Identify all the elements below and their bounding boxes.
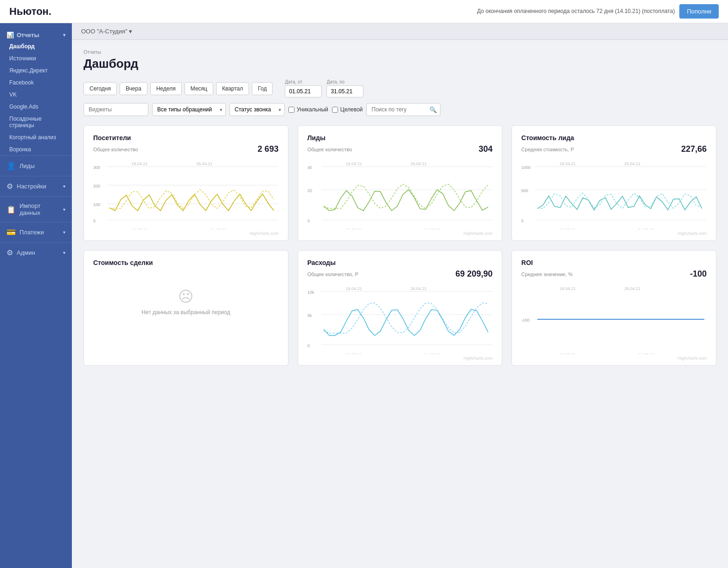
svg-text:19.04.21: 19.04.21 xyxy=(345,161,362,166)
svg-text:1000: 1000 xyxy=(521,165,530,170)
sidebar-item-google[interactable]: Google.Ads xyxy=(0,101,72,113)
sidebar-item-settings[interactable]: ⚙ Настройки ▾ xyxy=(0,176,72,196)
cards-grid: ПосетителиОбщее количество2 693300200100… xyxy=(83,125,716,366)
sidebar-item-leads[interactable]: 👤 Лиды xyxy=(0,155,72,176)
header-notice: До окончания оплаченного периода осталос… xyxy=(477,7,675,15)
svg-text:200: 200 xyxy=(93,184,100,188)
svg-text:10.05.21: 10.05.21 xyxy=(560,228,576,229)
card-expenses: РасходыОбщее количество, Р69 209,9010k5k… xyxy=(298,250,503,366)
search-icon: 🔍 xyxy=(429,106,437,113)
call-status-select[interactable]: Статус звонка xyxy=(230,103,285,116)
date-to-group: Дата, по xyxy=(326,79,364,97)
card-metric-value-lead_cost: 227,66 xyxy=(681,144,707,154)
bar-chart-icon: 📊 xyxy=(6,32,14,39)
breadcrumb: Отчеты xyxy=(83,49,716,55)
card-metric-value-leads: 304 xyxy=(479,144,492,154)
card-visitors: ПосетителиОбщее количество2 693300200100… xyxy=(83,125,288,241)
company-bar[interactable]: ООО "А-Студия" ▾ xyxy=(72,23,728,40)
filter-week[interactable]: Неделя xyxy=(150,82,182,95)
card-metric-label-visitors: Общее количество xyxy=(93,147,138,152)
chevron-right-icon: ▾ xyxy=(63,184,65,189)
sidebar-item-sources[interactable]: Источники xyxy=(0,52,72,65)
sidebar-item-payments[interactable]: 💳 Платежи ▾ xyxy=(0,222,72,242)
chart-roi: -10019.04.2126.04.2110.05.2124.05.21 xyxy=(521,284,707,354)
svg-text:0: 0 xyxy=(307,219,310,223)
svg-text:24.05.21: 24.05.21 xyxy=(639,353,655,354)
import-icon: 📋 xyxy=(6,205,16,214)
filter-row2: Все типы обращений Статус звонка Уникаль… xyxy=(83,103,716,116)
card-leads: ЛидыОбщее количество3044020019.04.2126.0… xyxy=(298,125,503,241)
filter-today[interactable]: Сегодня xyxy=(83,82,117,95)
date-from-input[interactable] xyxy=(285,85,322,97)
svg-text:19.04.21: 19.04.21 xyxy=(560,161,576,166)
card-metric-row-lead_cost: Средняя стоимость, Р227,66 xyxy=(521,144,707,154)
highcharts-credit-expenses: Highcharts.com xyxy=(307,356,493,361)
card-metric-label-roi: Среднее значение, % xyxy=(521,271,573,277)
logo: Ньютон. xyxy=(9,6,51,18)
svg-text:0: 0 xyxy=(521,219,524,223)
sidebar-item-yandex[interactable]: Яндекс.Директ xyxy=(0,65,72,77)
svg-text:10.05.21: 10.05.21 xyxy=(560,353,576,354)
card-metric-label-leads: Общее количество xyxy=(307,147,352,152)
chart-lead_cost: 1000500019.04.2126.04.2110.05.2124.05.21 xyxy=(521,160,707,229)
card-metric-value-roi: -100 xyxy=(690,269,707,279)
sidebar-item-dashboard[interactable]: Дашборд xyxy=(0,40,72,52)
payments-icon: 💳 xyxy=(6,228,16,237)
leads-icon: 👤 xyxy=(6,161,16,170)
sidebar-item-import[interactable]: 📋 Импорт данных ▾ xyxy=(0,196,72,222)
svg-text:0: 0 xyxy=(307,343,310,348)
card-metric-row-visitors: Общее количество2 693 xyxy=(93,144,279,154)
svg-text:10.05.21: 10.05.21 xyxy=(345,228,362,229)
target-checkbox[interactable] xyxy=(332,107,338,113)
no-data-deal_cost: ☹Нет данных за выбранный период xyxy=(93,269,279,334)
unique-checkbox-label[interactable]: Уникальный xyxy=(288,106,328,113)
svg-text:26.04.21: 26.04.21 xyxy=(625,286,641,291)
target-checkbox-label[interactable]: Целевой xyxy=(332,106,363,113)
appeal-type-select[interactable]: Все типы обращений xyxy=(152,103,226,116)
sidebar-section-reports[interactable]: 📊 Отчеты ▾ xyxy=(0,28,72,40)
svg-text:26.04.21: 26.04.21 xyxy=(196,161,212,166)
main-content: ООО "А-Студия" ▾ Отчеты Дашборд Сегодня … xyxy=(72,23,728,568)
sidebar-item-cohort[interactable]: Когортный анализ xyxy=(0,131,72,143)
date-range: Дата, от Дата, по xyxy=(285,79,364,97)
sidebar-item-funnel[interactable]: Воронка xyxy=(0,143,72,155)
svg-text:100: 100 xyxy=(93,202,100,207)
svg-text:10.05.21: 10.05.21 xyxy=(131,228,147,229)
sad-face-icon: ☹ xyxy=(178,288,193,305)
card-lead_cost: Стоимость лидаСредняя стоимость, Р227,66… xyxy=(511,125,716,241)
topup-button[interactable]: Пополни xyxy=(679,4,719,19)
filter-yesterday[interactable]: Вчера xyxy=(120,82,147,95)
chevron-right-icon4: ▾ xyxy=(63,250,65,255)
filter-year[interactable]: Год xyxy=(252,82,273,95)
appeal-type-wrapper: Все типы обращений xyxy=(152,103,226,116)
svg-text:10k: 10k xyxy=(307,290,314,295)
chart-expenses: 10k5k019.04.2126.04.2110.05.2124.05.21 xyxy=(307,284,493,354)
filter-quarter[interactable]: Квартал xyxy=(216,82,249,95)
filter-month[interactable]: Месяц xyxy=(185,82,213,95)
svg-text:-100: -100 xyxy=(521,318,530,323)
highcharts-credit-leads: Highcharts.com xyxy=(307,231,493,236)
unique-checkbox[interactable] xyxy=(288,107,294,113)
svg-text:19.04.21: 19.04.21 xyxy=(131,161,147,166)
sidebar-item-vk[interactable]: VK xyxy=(0,89,72,101)
card-title-expenses: Расходы xyxy=(307,259,493,266)
highcharts-credit-roi: Highcharts.com xyxy=(521,356,707,361)
sidebar-item-admin[interactable]: ⚙ Админ ▾ xyxy=(0,242,72,263)
sidebar: 📊 Отчеты ▾ Дашборд Источники Яндекс.Дире… xyxy=(0,23,72,568)
card-metric-label-lead_cost: Средняя стоимость, Р xyxy=(521,147,574,152)
card-metric-row-roi: Среднее значение, %-100 xyxy=(521,269,707,279)
sidebar-item-facebook[interactable]: Facebook xyxy=(0,77,72,89)
svg-text:40: 40 xyxy=(307,165,312,170)
svg-text:24.05.21: 24.05.21 xyxy=(424,228,441,229)
card-deal_cost: Стоимость сделки☹Нет данных за выбранный… xyxy=(83,250,288,366)
chevron-right-icon3: ▾ xyxy=(63,230,65,235)
company-name[interactable]: ООО "А-Студия" ▾ xyxy=(81,28,132,35)
card-title-deal_cost: Стоимость сделки xyxy=(93,259,279,266)
date-to-input[interactable] xyxy=(326,85,364,97)
sidebar-item-landing[interactable]: Посадочные страницы xyxy=(0,113,72,131)
no-data-text-deal_cost: Нет данных за выбранный период xyxy=(141,309,230,316)
svg-text:10.05.21: 10.05.21 xyxy=(345,353,362,354)
svg-text:5k: 5k xyxy=(307,313,312,318)
widgets-input[interactable] xyxy=(83,103,148,116)
card-title-roi: ROI xyxy=(521,259,707,266)
